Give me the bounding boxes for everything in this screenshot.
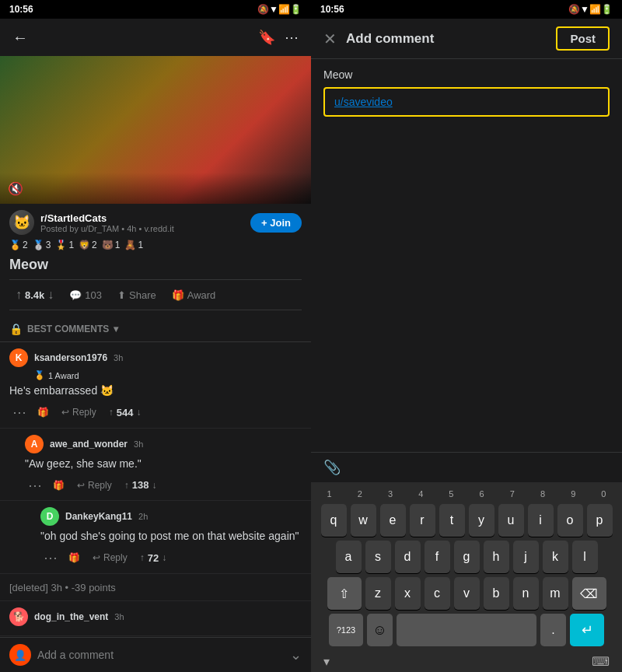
comment-actions: ⋯ 🎁 ↩ Reply ↑ 72 ↓ [40,549,302,567]
upvote-comment-btn[interactable]: ↑ 72 ↓ [135,549,171,567]
join-button[interactable]: + Join [250,213,302,233]
comments-button[interactable]: 💬 103 [63,285,108,306]
delete-key[interactable]: ⌫ [572,577,606,610]
shift-key[interactable]: ⇧ [327,577,362,610]
key-j[interactable]: j [513,541,539,573]
key-0[interactable]: 0 [589,487,619,501]
comment-username[interactable]: DankeyKang11 [65,511,132,522]
comment-text: "Aw geez, she saw me." [25,457,302,472]
key-o[interactable]: o [557,504,583,537]
video-container[interactable]: 🔇 [0,56,311,204]
key-z[interactable]: z [365,577,391,610]
key-w[interactable]: w [351,504,376,537]
chevron-down-icon[interactable]: ▾ [323,654,330,669]
award-button[interactable]: 🎁 Award [166,285,222,306]
comment-compose-area[interactable] [311,123,622,452]
share-button[interactable]: ⬆ Share [111,285,162,306]
award-4: 🦁 2 [79,240,97,250]
reply-icon: ↩ [77,480,85,491]
add-comment-input[interactable]: Add a comment [37,649,114,661]
key-u[interactable]: u [498,504,524,537]
mute-icon[interactable]: 🔇 [8,181,23,196]
more-options-icon[interactable]: ⋯ [25,477,45,494]
attachments-row[interactable]: 📎 [311,452,622,482]
key-m[interactable]: m [543,577,568,610]
period-key[interactable]: . [540,614,566,646]
more-options-icon[interactable]: ⋯ [9,404,30,421]
list-item: [deleted] 3h • -39 points [0,574,311,601]
back-icon[interactable]: ← [12,29,28,47]
key-g[interactable]: g [454,541,480,573]
key-f[interactable]: f [425,541,450,573]
comment-context: Meow [311,59,622,81]
mention-box[interactable]: u/savevideo [323,87,610,117]
collapse-icon[interactable]: ⌄ [290,646,302,663]
key-k[interactable]: k [543,541,568,573]
key-6[interactable]: 6 [466,487,497,501]
gift-button[interactable]: 🎁 [64,549,85,566]
comments-sort[interactable]: 🔒 BEST COMMENTS ▾ [0,317,311,342]
key-r[interactable]: r [410,504,435,537]
key-4[interactable]: 4 [406,487,436,501]
key-h[interactable]: h [484,541,509,573]
reply-button[interactable]: ↩ Reply [57,404,101,421]
key-i[interactable]: i [528,504,554,537]
comment-username[interactable]: awe_and_wonder [50,439,128,450]
header-left: ✕ Add comment [323,30,434,48]
key-y[interactable]: y [469,504,494,537]
upvote-icon: ↑ [16,288,22,302]
upvote-comment-btn[interactable]: ↑ 138 ↓ [120,476,162,494]
post-info: 🐱 r/StartledCats Posted by u/Dr_TAM • 4h… [0,204,311,317]
key-p[interactable]: p [587,504,613,537]
key-c[interactable]: c [425,577,450,610]
key-8[interactable]: 8 [527,487,557,501]
emoji-key[interactable]: ☺ [367,614,393,646]
action-row: ↑ 8.4k ↓ 💬 103 ⬆ Share 🎁 Award [9,279,302,310]
key-l[interactable]: l [572,541,598,573]
award-5: 🐻 1 [102,240,121,250]
reply-button[interactable]: ↩ Reply [88,549,132,566]
gift-button[interactable]: 🎁 [33,404,54,421]
key-s[interactable]: s [365,541,391,573]
space-key[interactable] [397,614,536,646]
gift-button[interactable]: 🎁 [48,477,69,494]
mention-text: u/savevideo [334,96,393,108]
key-5[interactable]: 5 [436,487,466,501]
downvote-icon: ↓ [47,288,54,302]
key-t[interactable]: t [439,504,465,537]
key-9[interactable]: 9 [558,487,589,501]
comment-header: K ksanderson1976 3h [9,348,302,367]
key-a[interactable]: a [336,541,362,573]
subreddit-name[interactable]: r/StartledCats [40,212,174,224]
comment-username[interactable]: dog_in_the_vent [34,611,108,622]
key-2[interactable]: 2 [344,487,375,501]
key-e[interactable]: e [380,504,406,537]
key-3[interactable]: 3 [375,487,405,501]
post-button[interactable]: Post [556,26,610,51]
key-d[interactable]: d [395,541,421,573]
comment-username[interactable]: ksanderson1976 [34,352,107,363]
key-1[interactable]: 1 [314,487,344,501]
key-x[interactable]: x [395,577,421,610]
key-v[interactable]: v [454,577,480,610]
bookmark-icon[interactable]: 🔖 [258,29,275,46]
comment-text: "oh god she's going to post me on that w… [40,529,302,544]
key-7[interactable]: 7 [497,487,527,501]
keyboard-layout-icon[interactable]: ⌨ [592,654,610,669]
more-icon[interactable]: ⋯ [285,29,299,46]
close-button[interactable]: ✕ [323,30,337,48]
enter-key[interactable]: ↵ [570,614,604,646]
reply-label: Reply [72,407,96,418]
special-key[interactable]: ?123 [329,614,363,646]
upvote-comment-btn[interactable]: ↑ 544 ↓ [104,404,146,422]
context-text: Meow [323,68,352,81]
reply-button[interactable]: ↩ Reply [72,477,117,494]
avatar: D [40,507,59,526]
more-options-icon[interactable]: ⋯ [40,549,61,566]
upvote-section[interactable]: ↑ 8.4k ↓ [9,283,60,306]
avatar: 🐕 [9,607,28,626]
key-n[interactable]: n [513,577,539,610]
key-b[interactable]: b [484,577,509,610]
comment-icon: 💬 [69,289,82,301]
key-q[interactable]: q [321,504,347,537]
